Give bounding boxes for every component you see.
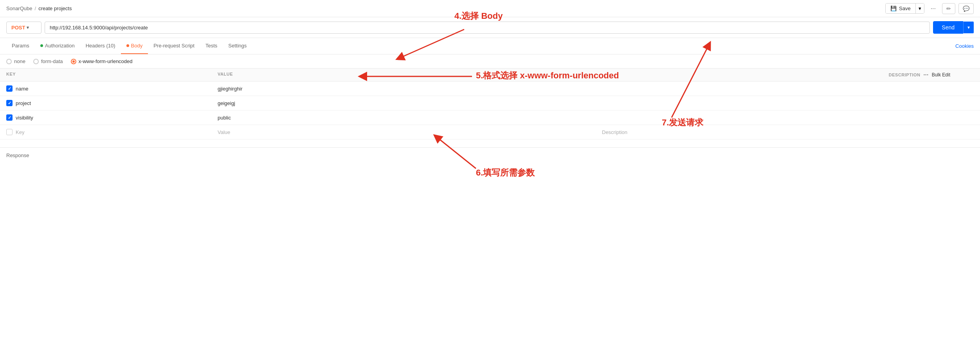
row-value-cell-1[interactable]: geigeigj [211,96,596,110]
bulk-edit-button[interactable]: Bulk Edit [932,72,950,78]
radio-circle-form-data [33,59,39,64]
tab-pre-request[interactable]: Pre-request Script [148,38,200,54]
empty-desc-placeholder: Description [602,129,627,135]
row-value-cell-2[interactable]: public [211,111,596,125]
table-row: visibility public [0,110,980,125]
empty-value-cell[interactable]: Value [211,125,596,139]
table-more-icon[interactable]: ··· [923,72,928,78]
tabs-list: ParamsAuthorizationHeaders (10)BodyPre-r… [6,38,252,54]
edit-button[interactable]: ✏ [942,3,955,14]
save-dropdown-button[interactable]: ▾ [915,4,924,13]
breadcrumb-sep: / [35,5,36,11]
row-key-value-2: visibility [16,115,33,121]
col-description-header: DESCRIPTION [889,72,921,77]
table-row: name gjieghirghir [0,81,980,96]
top-bar-actions: 💾 Save ▾ ··· ✏ 💬 [885,3,974,14]
breadcrumb-page: create projects [38,5,72,11]
method-label: POST [11,25,25,31]
tab-authorization[interactable]: Authorization [35,38,80,54]
radio-label-x-www-form-urlencoded: x-www-form-urlencoded [79,58,133,64]
tabs-bar: ParamsAuthorizationHeaders (10)BodyPre-r… [0,38,980,54]
comment-button[interactable]: 💬 [958,3,974,14]
row-value-text-1: geigeigj [218,100,235,106]
send-dropdown-button[interactable]: ▾ [963,22,974,33]
tab-dot-body [126,44,129,47]
empty-checkbox[interactable] [6,129,13,135]
method-select[interactable]: POST ▾ [6,22,41,34]
row-value-text-2: public [218,115,231,121]
send-button[interactable]: Send [933,21,963,34]
col-desc-header-group: DESCRIPTION ··· Bulk Edit [584,72,950,78]
row-key-cell-2: visibility [0,110,211,125]
table-row: project geigeigj [0,96,980,110]
tab-label-settings: Settings [228,43,247,49]
send-chevron-icon: ▾ [967,25,970,30]
tab-settings[interactable]: Settings [223,38,252,54]
tab-label-params: Params [12,43,29,49]
radio-label-form-data: form-data [41,58,63,64]
empty-desc-cell[interactable]: Description [596,125,980,139]
row-value-cell-0[interactable]: gjieghirghir [211,82,596,96]
table-rows: name gjieghirghir project geigeigj visib… [0,81,980,139]
row-value-text-0: gjieghirghir [218,86,243,92]
breadcrumb: SonarQube / create projects [6,5,72,11]
col-key-header: KEY [6,72,218,78]
url-input[interactable] [45,22,930,34]
response-section: Response [0,147,980,163]
response-label: Response [6,152,29,158]
row-key-cell-0: name [0,81,211,96]
svg-text:6.填写所需参数: 6.填写所需参数 [476,168,535,177]
body-type-bar: none form-data x-www-form-urlencoded [0,54,980,69]
tab-headers[interactable]: Headers (10) [80,38,121,54]
tab-tests[interactable]: Tests [200,38,223,54]
tab-label-authorization: Authorization [45,43,75,49]
row-key-value-0: name [16,86,29,92]
empty-value-placeholder: Value [218,129,230,135]
more-options-button[interactable]: ··· [928,4,939,14]
row-checkbox-1[interactable] [6,100,13,106]
row-key-cell-1: project [0,96,211,110]
row-desc-cell-2[interactable] [596,114,980,121]
row-desc-cell-0[interactable] [596,85,980,92]
tab-label-pre-request: Pre-request Script [153,43,195,49]
radio-circle-x-www-form-urlencoded [71,59,76,64]
table-header: KEY VALUE DESCRIPTION ··· Bulk Edit [0,69,980,81]
tab-label-body: Body [131,43,143,49]
save-button-group: 💾 Save ▾ [885,3,924,14]
body-type-x-www-form-urlencoded[interactable]: x-www-form-urlencoded [71,58,133,64]
send-button-group: Send ▾ [933,21,974,34]
top-bar: SonarQube / create projects 💾 Save ▾ ···… [0,0,980,17]
breadcrumb-app: SonarQube [6,5,32,11]
tab-label-headers: Headers (10) [86,43,115,49]
method-chevron-icon: ▾ [27,25,29,30]
empty-key-placeholder[interactable]: Key [16,129,24,135]
tab-dot-authorization [40,44,43,47]
row-desc-cell-1[interactable] [596,99,980,107]
url-bar: POST ▾ Send ▾ [0,17,980,38]
row-checkbox-2[interactable] [6,114,13,121]
body-type-none[interactable]: none [6,58,25,64]
chevron-down-icon: ▾ [919,5,921,11]
radio-circle-none [6,59,12,64]
table-empty-row: Key Value Description [0,125,980,139]
row-key-value-1: project [16,100,31,106]
col-value-header: VALUE [218,72,584,78]
radio-label-none: none [14,58,25,64]
tab-label-tests: Tests [205,43,217,49]
body-type-form-data[interactable]: form-data [33,58,63,64]
tab-body[interactable]: Body [121,38,148,54]
save-button[interactable]: 💾 Save [886,4,915,13]
tab-params[interactable]: Params [6,38,35,54]
save-icon: 💾 [890,5,897,11]
empty-key-cell: Key [0,125,211,139]
row-checkbox-0[interactable] [6,85,13,92]
cookies-link[interactable]: Cookies [955,43,974,49]
